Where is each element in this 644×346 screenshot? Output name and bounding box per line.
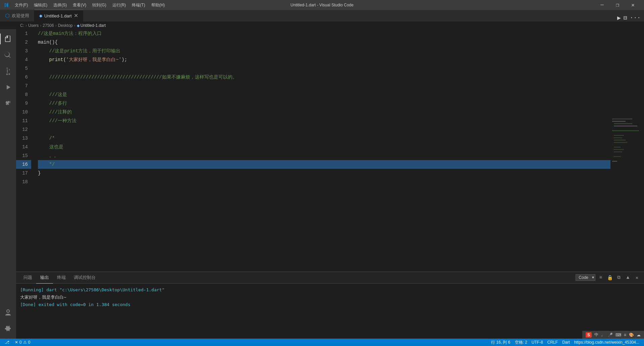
ime-cloud[interactable]: ☁ <box>637 333 641 337</box>
line-numbers: 1 2 3 4 5 6 7 8 9 10 11 12 13 14 15 16 1… <box>16 29 36 271</box>
menu-terminal[interactable]: 终端(T) <box>129 2 148 9</box>
ime-logo: S <box>586 332 592 338</box>
maximize-button[interactable]: ❐ <box>610 0 625 10</box>
status-indent[interactable]: 空格: 2 <box>514 340 529 345</box>
menu-goto[interactable]: 转到(G) <box>90 2 109 9</box>
breadcrumb-part-users[interactable]: Users <box>28 23 39 28</box>
svg-rect-1 <box>612 121 626 122</box>
svg-rect-9 <box>614 147 621 148</box>
line-num-9: 9 <box>16 99 31 108</box>
search-icon <box>4 51 12 59</box>
panel: 问题 输出 终端 调试控制台 Code ▼ ≡ 🔒 ⧉ ▲ ✕ [Runnin <box>16 271 644 339</box>
position-label: 行 16, 列 6 <box>491 340 510 345</box>
activity-source-control[interactable] <box>0 63 16 79</box>
ime-menu[interactable]: ≡ <box>624 333 626 337</box>
code-line-10: ///注释的 <box>38 108 610 116</box>
main-layout: 1 2 3 4 5 6 7 8 9 10 11 12 13 14 15 16 1… <box>0 29 644 339</box>
status-encoding[interactable]: UTF-8 <box>530 340 544 345</box>
line-num-6: 6 <box>16 73 31 82</box>
line-num-4: 4 <box>16 55 31 64</box>
status-bar-right: 行 16, 列 6 空格: 2 UTF-8 CRLF Dart https://… <box>490 340 641 345</box>
line-num-16: 16 <box>16 160 31 169</box>
code-line-14: 这也是 <box>38 143 610 151</box>
status-position[interactable]: 行 16, 列 6 <box>490 340 512 345</box>
tab-file[interactable]: ◆ Untitled-1.dart ✕ <box>34 10 83 21</box>
menu-run[interactable]: 运行(R) <box>110 2 129 9</box>
activity-search[interactable] <box>0 47 16 63</box>
panel-close-icon[interactable]: ✕ <box>633 274 641 281</box>
line-num-15: 15 <box>16 151 31 160</box>
code-line-17: } <box>38 169 610 178</box>
ime-keyboard[interactable]: ⌨ <box>615 333 621 337</box>
ime-punct[interactable]: 。 <box>601 332 605 338</box>
minimap <box>610 29 644 271</box>
terminal-line-4: [Done] exited with code=0 in 1.384 secon… <box>20 301 640 308</box>
code-line-8: ///这是 <box>38 90 610 99</box>
panel-lock-icon[interactable]: 🔒 <box>606 274 613 281</box>
menu-help[interactable]: 帮助(H) <box>149 2 168 9</box>
code-editor[interactable]: 1 2 3 4 5 6 7 8 9 10 11 12 13 14 15 16 1… <box>16 29 644 271</box>
activity-settings[interactable] <box>0 321 16 337</box>
code-line-16: */ <box>38 160 610 169</box>
activity-accounts[interactable] <box>0 305 16 321</box>
run-icon[interactable]: ▶ <box>617 14 621 21</box>
more-actions-icon[interactable]: ··· <box>630 14 641 21</box>
dropdown-chevron-icon: ▼ <box>592 276 594 280</box>
menu-view[interactable]: 查看(V) <box>70 2 89 9</box>
ime-voice[interactable]: 🎤 <box>608 333 613 337</box>
status-errors[interactable]: ✕ 0 ⚠ 0 <box>13 340 32 345</box>
tab-terminal[interactable]: 终端 <box>53 272 70 284</box>
window-title: Untitled-1.dart - Visual Studio Code <box>290 3 354 7</box>
breadcrumb-sep-3: › <box>55 23 57 28</box>
breadcrumb-sep-1: › <box>25 23 27 28</box>
menu-select[interactable]: 选择(S) <box>51 2 69 9</box>
status-branch[interactable]: ⎇ <box>3 340 11 345</box>
activity-extensions[interactable] <box>0 95 16 111</box>
status-language[interactable]: Dart <box>561 340 571 345</box>
line-num-14: 14 <box>16 143 31 151</box>
tab-debug-console[interactable]: 调试控制台 <box>70 272 100 284</box>
tab-close-button[interactable]: ✕ <box>74 13 78 18</box>
menu-file[interactable]: 文件(F) <box>12 2 31 9</box>
ime-skin[interactable]: 🎨 <box>629 333 634 337</box>
activity-explorer[interactable] <box>0 31 16 47</box>
settings-gear-icon <box>4 325 12 333</box>
tab-output[interactable]: 输出 <box>36 272 53 284</box>
breadcrumb-part-file[interactable]: ◆ Untitled-1.dart <box>77 23 106 28</box>
code-content[interactable]: //这是main方法：程序的入口 main(){ //这是print方法，用于打… <box>36 29 610 271</box>
line-num-13: 13 <box>16 134 31 143</box>
panel-controls: Code ▼ ≡ 🔒 ⧉ ▲ ✕ <box>576 274 641 281</box>
menu-edit[interactable]: 编辑(E) <box>31 2 50 9</box>
tab-bar: ⬡ 欢迎使用 ◆ Untitled-1.dart ✕ ▶ ⊟ ··· <box>0 10 644 22</box>
encoding-label: UTF-8 <box>532 340 543 345</box>
breadcrumb-part-27506[interactable]: 27506 <box>43 23 54 28</box>
line-num-5: 5 <box>16 64 31 73</box>
panel-copy-icon[interactable]: ⧉ <box>615 274 623 281</box>
panel-clear-icon[interactable]: ≡ <box>597 274 604 281</box>
status-link[interactable]: https://blog.csdn.net/weixin_45304... <box>573 340 641 345</box>
tab-problems[interactable]: 问题 <box>19 272 36 284</box>
indent-label: 空格: 2 <box>515 340 527 345</box>
status-eol[interactable]: CRLF <box>546 340 559 345</box>
output-source-dropdown[interactable]: Code ▼ <box>576 274 595 281</box>
file-tab-label: Untitled-1.dart <box>44 13 72 18</box>
activity-run-debug[interactable] <box>0 79 16 95</box>
breadcrumb-part-desktop[interactable]: Desktop <box>58 23 73 28</box>
panel-maximize-icon[interactable]: ▲ <box>624 274 632 281</box>
breadcrumb-file-icon: ◆ <box>77 23 79 28</box>
code-line-11: ///一种方法 <box>38 116 610 125</box>
explorer-icon <box>4 35 12 43</box>
titlebar: 文件(F) 编辑(E) 选择(S) 查看(V) 转到(G) 运行(R) 终端(T… <box>0 0 644 10</box>
code-line-1: //这是main方法：程序的入口 <box>38 29 610 38</box>
ime-chinese[interactable]: 中 <box>594 332 598 338</box>
line-num-3: 3 <box>16 47 31 55</box>
split-editor-icon[interactable]: ⊟ <box>624 14 627 21</box>
breadcrumb-part-drive[interactable]: C: <box>20 23 24 28</box>
activity-bar-bottom <box>0 305 16 339</box>
code-line-12 <box>38 125 610 134</box>
error-icon: ✕ <box>15 340 18 345</box>
minimize-button[interactable]: — <box>594 0 610 10</box>
close-button[interactable]: ✕ <box>625 0 641 10</box>
tab-welcome[interactable]: ⬡ 欢迎使用 <box>0 10 34 21</box>
code-line-15: 。。 <box>38 151 610 160</box>
